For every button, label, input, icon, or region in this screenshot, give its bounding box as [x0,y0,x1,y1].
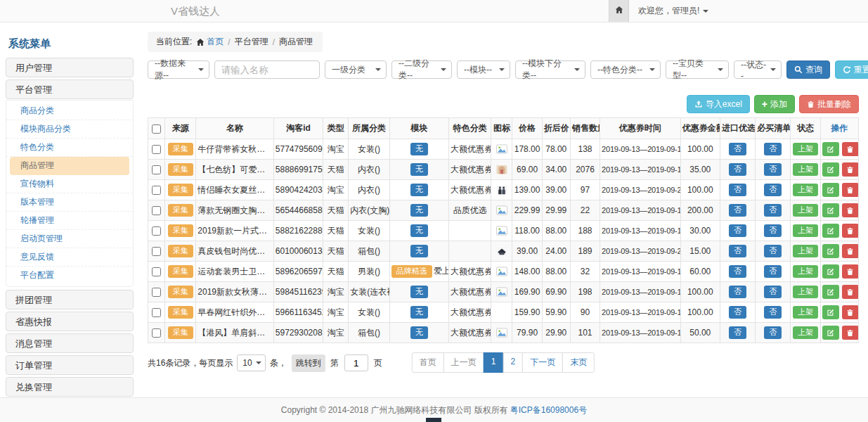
sidebar-item[interactable]: 轮播管理 [6,212,133,230]
edit-button[interactable] [822,183,839,197]
edit-button[interactable] [822,244,839,258]
import-select-toggle[interactable]: 否 [729,224,746,237]
per-page-select[interactable]: 10 [237,354,265,371]
sidebar-item[interactable]: 宣传物料 [6,175,133,193]
delete-button[interactable] [842,224,859,238]
page-button[interactable]: 上一页 [443,352,484,373]
filter-select-5[interactable]: --特色分类-- [590,60,661,79]
filter-select-1[interactable]: 一级分类 [325,60,387,79]
import-select-toggle[interactable]: 否 [729,306,746,319]
icp-link[interactable]: 粤ICP备16098006号 [510,404,587,416]
edit-button[interactable] [822,142,839,156]
delete-button[interactable] [842,326,859,340]
filter-select-3[interactable]: --模块-- [457,60,510,79]
row-checkbox[interactable] [152,267,161,276]
delete-button[interactable] [842,305,859,319]
page-button[interactable]: 1 [484,352,504,373]
must-buy-toggle[interactable]: 否 [764,286,782,298]
must-buy-toggle[interactable]: 否 [764,163,782,176]
status-badge[interactable]: 上架 [793,265,818,278]
edit-button[interactable] [822,326,839,340]
breadcrumb-home-link[interactable]: 首页 [196,36,224,48]
filter-select-6[interactable]: --宝贝类型-- [666,60,729,79]
sidebar-section-3[interactable]: 省惠快报 [6,312,134,331]
status-badge[interactable]: 上架 [793,245,818,257]
import-excel-button[interactable]: 导入excel [687,95,750,113]
edit-button[interactable] [822,162,839,177]
row-checkbox[interactable] [152,145,161,154]
import-select-toggle[interactable]: 否 [729,163,746,176]
status-badge[interactable]: 上架 [793,286,818,298]
edit-button[interactable] [822,305,839,319]
must-buy-toggle[interactable]: 否 [764,224,782,237]
row-checkbox[interactable] [152,308,161,317]
must-buy-toggle[interactable]: 否 [764,204,782,217]
sidebar-section-2[interactable]: 拼团管理 [6,290,134,309]
status-badge[interactable]: 上架 [793,306,818,319]
status-badge[interactable]: 上架 [793,163,818,176]
sidebar-section-0[interactable]: 用户管理 [6,58,134,77]
filter-select-0[interactable]: --数据来源-- [148,60,209,79]
row-checkbox[interactable] [152,165,161,174]
import-select-toggle[interactable]: 否 [729,326,746,339]
page-button[interactable]: 首页 [412,352,444,373]
status-badge[interactable]: 上架 [793,224,818,237]
sidebar-section-1[interactable]: 平台管理 [6,79,134,99]
edit-button[interactable] [822,264,839,279]
delete-button[interactable] [842,264,859,279]
row-checkbox[interactable] [152,226,161,236]
delete-button[interactable] [842,244,859,258]
sidebar-item[interactable]: 商品管理 [10,157,129,175]
status-badge[interactable]: 上架 [793,184,818,196]
delete-button[interactable] [842,203,859,217]
sidebar-item[interactable]: 平台配置 [6,267,133,285]
must-buy-toggle[interactable]: 否 [764,306,782,319]
must-buy-toggle[interactable]: 否 [764,326,782,339]
import-select-toggle[interactable]: 否 [729,286,746,298]
user-menu[interactable]: 欢迎您，管理员! [638,5,708,17]
row-checkbox[interactable] [152,328,161,338]
status-badge[interactable]: 上架 [793,326,818,339]
row-checkbox[interactable] [152,288,161,297]
edit-button[interactable] [822,285,839,299]
sidebar-item[interactable]: 特色分类 [6,139,133,157]
import-select-toggle[interactable]: 否 [729,204,746,217]
delete-button[interactable] [842,285,859,299]
page-button[interactable]: 末页 [562,352,595,373]
delete-button[interactable] [842,162,859,177]
jump-page-input[interactable] [344,354,368,371]
sidebar-item[interactable]: 启动页管理 [6,230,133,248]
batch-delete-button[interactable]: 批量删除 [799,95,859,113]
import-select-toggle[interactable]: 否 [729,184,746,196]
delete-button[interactable] [842,142,859,156]
import-select-toggle[interactable]: 否 [729,265,746,278]
delete-button[interactable] [842,183,859,197]
name-search-input[interactable] [214,60,320,79]
import-select-toggle[interactable]: 否 [729,143,746,155]
home-button[interactable] [609,0,629,22]
sidebar-section-4[interactable]: 消息管理 [6,333,134,353]
sidebar-item[interactable]: 商品分类 [6,102,133,120]
select-all-checkbox[interactable] [152,124,161,134]
import-select-toggle[interactable]: 否 [729,245,746,257]
reset-button[interactable]: 重置 [835,60,868,79]
filter-select-4[interactable]: --模块下分类-- [515,60,585,79]
sidebar-section-6[interactable]: 兑换管理 [6,377,134,397]
sidebar-section-5[interactable]: 订单管理 [6,355,134,375]
must-buy-toggle[interactable]: 否 [764,265,782,278]
sidebar-item[interactable]: 版本管理 [6,193,133,212]
must-buy-toggle[interactable]: 否 [764,184,782,196]
add-button[interactable]: + 添加 [754,95,795,113]
edit-button[interactable] [822,224,839,238]
edit-button[interactable] [822,203,839,217]
row-checkbox[interactable] [152,247,161,256]
status-badge[interactable]: 上架 [793,143,818,155]
page-button[interactable]: 2 [503,352,524,373]
jump-button[interactable]: 跳转到 [292,354,325,372]
page-button[interactable]: 下一页 [522,352,563,373]
sidebar-item[interactable]: 模块商品分类 [6,120,133,139]
status-badge[interactable]: 上架 [793,204,818,217]
row-checkbox[interactable] [152,206,161,215]
search-button[interactable]: 查询 [786,60,830,79]
filter-select-7[interactable]: --状态-- [734,60,782,79]
